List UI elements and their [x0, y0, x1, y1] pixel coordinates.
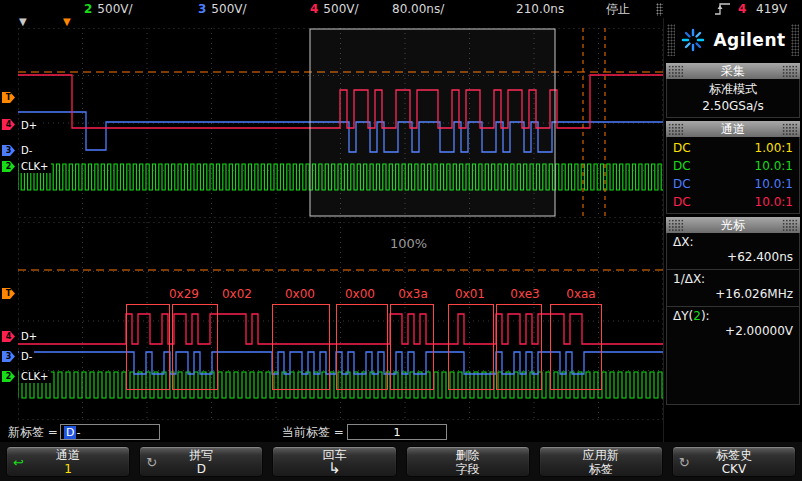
hex-annotation: 0x00 [340, 288, 380, 301]
byte-box [550, 304, 602, 390]
new-label-rest: - [76, 426, 80, 439]
oscilloscope-screen: 2500V/ 3500V/ 4500V/ 80.00ns/ 210.0ns 停止… [0, 0, 802, 481]
dy-channel: 2 [693, 309, 701, 323]
channel4-number: 4 [310, 2, 318, 16]
channel4-position-marker-bottom[interactable]: 4 [2, 331, 15, 342]
hex-annotation: 0x29 [164, 288, 204, 301]
sidebar: Agilent 采集 标准模式 2.50GSa/s 通道 DC1.00:1 DC… [663, 18, 802, 442]
trace-label-dminus-bottom: D- [19, 351, 34, 363]
cursor-dx: ΔX: +62.400ns [667, 233, 799, 270]
channel4-position-marker-top[interactable]: 4 [2, 119, 15, 130]
channel3-scale: 3500V/ [198, 2, 247, 16]
trigger-source: 4 [738, 2, 746, 16]
enter-arrow-icon: ↳ [328, 462, 341, 475]
channel3-position-marker-top[interactable]: 3 [2, 145, 15, 156]
acquisition-section: 采集 标准模式 2.50GSa/s [666, 63, 800, 118]
back-icon: ↩ [13, 454, 24, 469]
statusbar-grip [656, 3, 663, 16]
trigger-time-marker[interactable]: ▼ [63, 17, 71, 27]
cycle-icon: ↻ [679, 454, 690, 469]
trigger-level-marker-top[interactable]: T [2, 92, 15, 103]
zoom-percentage: 100% [390, 236, 427, 251]
byte-box [172, 304, 218, 390]
trace-label-dplus-bottom: D+ [19, 331, 39, 343]
trace-label-dminus-top: D- [19, 145, 34, 157]
timebase-readout: 80.00ns/ [392, 2, 444, 16]
label-edit-row: 新标签 = D - 当前标签 = 1 [0, 423, 663, 442]
current-label-caption: 当前标签 = [282, 425, 344, 439]
run-state: 停止 [606, 2, 630, 16]
acquisition-header: 采集 [666, 63, 800, 79]
cursor-inv-dx: 1/ΔX: +16.026MHz [667, 270, 799, 307]
new-label-caption: 新标签 = [8, 425, 58, 439]
brand-name: Agilent [713, 30, 785, 50]
hex-annotation: 0xe3 [505, 288, 545, 301]
channel4-scale: 4500V/ [310, 2, 359, 16]
channel2-position-marker-top[interactable]: 2 [2, 161, 15, 172]
channels-section: 通道 DC1.00:1 DC10.0:1 DC10.0:1 DC10.0:1 [666, 121, 800, 214]
softkey-spell[interactable]: ↻ 拼写 D [139, 446, 263, 477]
channel3-number: 3 [198, 2, 206, 16]
time-reference-marker: ▼ [19, 17, 27, 27]
trace-label-clk-top: CLK+ [19, 161, 51, 173]
delay-readout: 210.0ns [516, 2, 564, 16]
cursors-header: 光标 [666, 217, 800, 233]
status-bar: 2500V/ 3500V/ 4500V/ 80.00ns/ 210.0ns 停止… [0, 0, 802, 18]
hex-annotation: 0x3a [393, 288, 433, 301]
hex-annotation: 0x00 [280, 288, 320, 301]
zoom-window[interactable] [310, 29, 555, 216]
hex-annotation: 0x02 [217, 288, 257, 301]
byte-box [448, 304, 494, 390]
channel3-position-marker-bottom[interactable]: 3 [2, 351, 15, 362]
byte-box [126, 304, 170, 390]
current-label-value: 1 [394, 426, 401, 439]
trace-label-clk-bottom: CLK+ [19, 371, 51, 383]
channel2-scale: 2500V/ [84, 2, 133, 16]
acquisition-mode: 标准模式 [673, 81, 793, 98]
cursors-section: 光标 ΔX: +62.400ns 1/ΔX: +16.026MHz ΔY(2):… [666, 217, 800, 405]
softkey-channel[interactable]: ↩ 通道 1 [6, 446, 130, 477]
softkey-delete-field[interactable]: 删除 字段 [406, 446, 530, 477]
new-label-input[interactable]: D - [60, 424, 160, 440]
hex-annotation: 0xaa [561, 288, 601, 301]
channel2-number: 2 [84, 2, 92, 16]
brand-logo: Agilent [667, 20, 799, 60]
channels-header: 通道 [666, 121, 800, 137]
softkey-menu: ↩ 通道 1 ↻ 拼写 D 回车 ↳ 删除 字段 应用新 标签 ↻ 标签史 CK… [0, 442, 802, 481]
agilent-spark-icon [680, 27, 706, 53]
channel-row-0: DC1.00:1 [673, 139, 793, 157]
softkey-apply-new-label[interactable]: 应用新 标签 [539, 446, 663, 477]
byte-box [272, 304, 330, 390]
byte-box [390, 304, 434, 390]
cycle-icon: ↻ [146, 454, 157, 469]
trace-label-dplus-top: D+ [19, 120, 39, 132]
hex-annotation: 0x01 [450, 288, 490, 301]
sample-rate: 2.50GSa/s [673, 98, 793, 115]
softkey-enter[interactable]: 回车 ↳ [272, 446, 396, 477]
softkey-label-history[interactable]: ↻ 标签史 CKV [672, 446, 796, 477]
channel-row-3: DC10.0:1 [673, 193, 793, 211]
byte-box [336, 304, 388, 390]
waveform-panel-overview [18, 28, 663, 218]
channel-row-1: DC10.0:1 [673, 157, 793, 175]
channel-row-2: DC10.0:1 [673, 175, 793, 193]
trigger-level: 419V [756, 2, 787, 16]
trigger-level-marker-bottom[interactable]: T [2, 288, 15, 299]
new-label-selected-char: D [64, 426, 76, 439]
byte-box [496, 304, 542, 390]
current-label-input[interactable]: 1 [347, 424, 447, 440]
cursor-dy: ΔY(2): +2.00000V [667, 307, 799, 343]
channel2-position-marker-bottom[interactable]: 2 [2, 371, 15, 382]
trigger-edge-icon [714, 2, 731, 16]
